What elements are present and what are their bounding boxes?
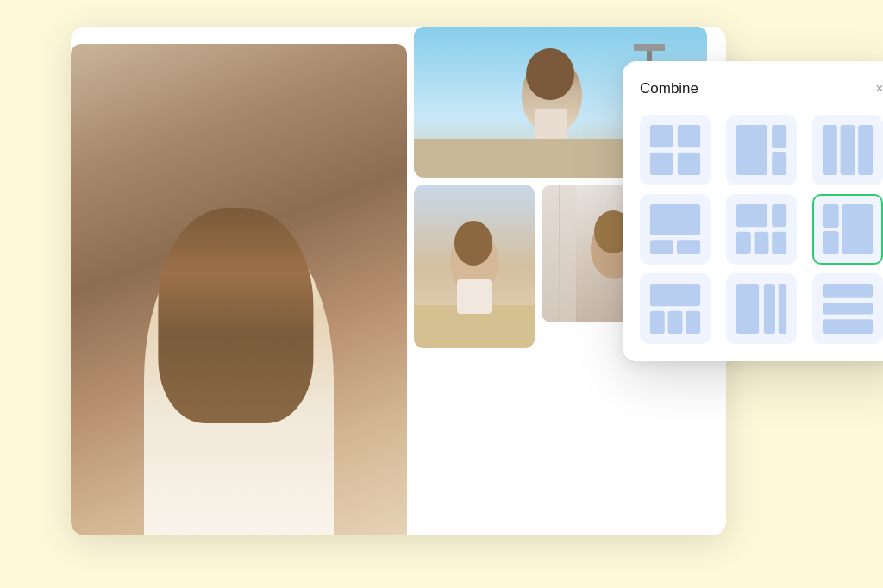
layout-option-7[interactable] (640, 273, 711, 344)
svg-rect-32 (736, 232, 751, 254)
svg-point-10 (454, 221, 492, 266)
layout-grid (640, 115, 883, 344)
svg-rect-33 (755, 232, 769, 254)
combine-dialog: Combine × (623, 61, 883, 361)
svg-point-5 (526, 48, 574, 100)
svg-rect-42 (736, 284, 759, 334)
svg-rect-22 (772, 125, 786, 148)
svg-rect-41 (686, 311, 700, 334)
photo-left-bg (71, 44, 407, 535)
layout-option-4[interactable] (640, 194, 711, 265)
svg-rect-47 (823, 319, 873, 334)
layout-option-5[interactable] (726, 194, 797, 265)
photo-left (71, 44, 407, 535)
svg-rect-2 (634, 44, 665, 51)
close-button[interactable]: × (869, 78, 883, 99)
layout-option-8[interactable] (726, 273, 797, 344)
layout-9-icon (821, 282, 874, 335)
layout-2-icon (735, 123, 788, 177)
svg-rect-30 (736, 204, 767, 227)
svg-rect-29 (677, 240, 700, 254)
dialog-header: Combine × (640, 78, 883, 99)
layout-option-9[interactable] (812, 273, 883, 344)
layout-4-icon (648, 203, 702, 256)
svg-rect-25 (841, 125, 855, 175)
svg-rect-43 (764, 284, 775, 334)
svg-rect-38 (650, 284, 700, 306)
svg-rect-31 (772, 204, 786, 227)
mid-photo-svg (414, 185, 535, 348)
svg-rect-19 (650, 153, 673, 175)
svg-rect-35 (823, 204, 839, 228)
svg-rect-18 (678, 125, 700, 147)
svg-rect-23 (772, 152, 786, 175)
svg-rect-45 (823, 284, 873, 298)
svg-rect-20 (678, 153, 700, 175)
svg-rect-17 (650, 125, 673, 147)
svg-rect-14 (559, 185, 560, 322)
svg-rect-6 (535, 109, 567, 139)
svg-rect-27 (650, 204, 700, 235)
svg-rect-36 (823, 231, 839, 254)
layout-5-icon (735, 203, 788, 256)
svg-rect-26 (858, 125, 873, 175)
layout-7-icon (648, 282, 702, 335)
svg-rect-21 (736, 125, 767, 175)
svg-rect-34 (772, 232, 786, 254)
photo-mid-right (414, 185, 535, 348)
svg-rect-28 (650, 240, 673, 254)
layout-option-2[interactable] (726, 115, 797, 185)
photo-mid-right-bg (414, 185, 535, 348)
dialog-title: Combine (640, 80, 698, 97)
svg-rect-24 (823, 125, 837, 175)
layout-option-6[interactable] (812, 194, 883, 265)
layout-6-icon (821, 203, 874, 256)
svg-rect-37 (842, 204, 873, 254)
svg-rect-39 (650, 311, 665, 334)
layout-3-icon (821, 123, 874, 177)
layout-8-icon (735, 282, 788, 335)
layout-option-1[interactable] (640, 115, 711, 185)
svg-rect-40 (668, 311, 683, 334)
layout-option-3[interactable] (812, 115, 883, 185)
svg-rect-44 (779, 284, 786, 334)
main-container: Combine × (71, 27, 812, 561)
svg-rect-46 (823, 303, 873, 314)
layout-1-icon (648, 123, 702, 177)
svg-rect-11 (457, 279, 492, 314)
